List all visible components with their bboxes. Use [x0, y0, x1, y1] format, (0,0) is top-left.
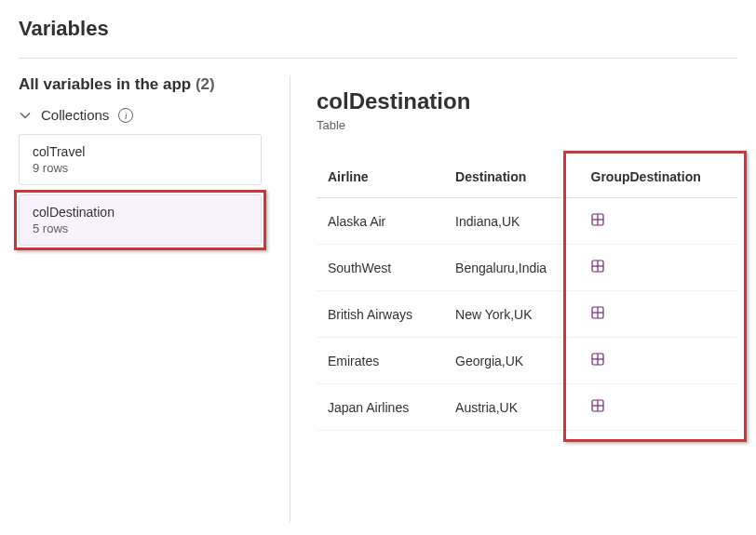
table-icon [591, 260, 604, 273]
table-icon [591, 399, 604, 412]
cell-destination: New York,UK [444, 291, 579, 338]
cell-groupdestination [580, 198, 737, 245]
cell-destination: Austria,UK [444, 384, 579, 431]
detail-subtitle: Table [317, 118, 737, 132]
table-wrap: Airline Destination GroupDestination Ala… [317, 160, 737, 431]
cell-airline: Emirates [317, 338, 444, 384]
variable-count: (2) [196, 75, 215, 93]
table-row[interactable]: SouthWestBengaluru,India [317, 245, 737, 291]
table-icon [591, 213, 604, 226]
collection-item-coldestination[interactable]: colDestination 5 rows [19, 194, 262, 246]
variables-panel: All variables in the app (2) Collections… [19, 75, 290, 522]
collection-item-coltravel[interactable]: colTravel 9 rows [19, 134, 262, 185]
detail-panel: colDestination Table Airline Destination… [290, 75, 737, 431]
table-icon [591, 306, 604, 319]
detail-title: colDestination [317, 75, 737, 114]
col-header-airline[interactable]: Airline [317, 160, 444, 198]
cell-airline: British Airways [317, 291, 444, 338]
cell-groupdestination [580, 384, 737, 431]
collections-header[interactable]: Collections i [19, 107, 262, 123]
collection-rowcount: 9 rows [33, 161, 248, 175]
table-row[interactable]: British AirwaysNew York,UK [317, 291, 737, 338]
cell-destination: Georgia,UK [444, 338, 579, 384]
cell-airline: Alaska Air [317, 198, 444, 245]
collection-name: colTravel [33, 144, 248, 159]
cell-airline: Japan Airlines [317, 384, 444, 431]
collection-rowcount: 5 rows [33, 221, 248, 235]
subhead-text: All variables in the app [19, 75, 191, 93]
table-row[interactable]: EmiratesGeorgia,UK [317, 338, 737, 384]
panel-subhead: All variables in the app (2) [19, 75, 262, 94]
cell-destination: Indiana,UK [444, 198, 579, 245]
cell-groupdestination [580, 245, 737, 291]
data-table: Airline Destination GroupDestination Ala… [317, 160, 737, 431]
cell-groupdestination [580, 291, 737, 338]
cell-airline: SouthWest [317, 245, 444, 291]
info-icon[interactable]: i [118, 108, 133, 123]
col-header-destination[interactable]: Destination [444, 160, 579, 198]
section-label: Collections [41, 107, 109, 123]
table-row[interactable]: Japan AirlinesAustria,UK [317, 384, 737, 431]
cell-destination: Bengaluru,India [444, 245, 579, 291]
table-icon [591, 353, 604, 366]
page-title: Variables [19, 17, 737, 41]
col-header-groupdestination[interactable]: GroupDestination [580, 160, 737, 198]
chevron-down-icon [19, 109, 32, 122]
divider [19, 58, 737, 59]
collection-name: colDestination [33, 205, 248, 220]
table-row[interactable]: Alaska AirIndiana,UK [317, 198, 737, 245]
cell-groupdestination [580, 338, 737, 384]
